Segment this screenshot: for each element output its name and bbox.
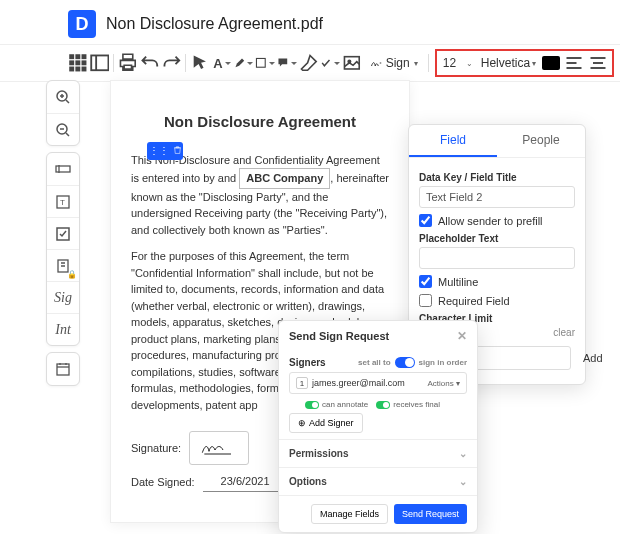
clear-button[interactable]: clear: [553, 327, 575, 338]
allow-prefill-label: Allow sender to prefill: [438, 215, 543, 227]
options-accordion[interactable]: Options⌄: [279, 467, 477, 495]
eraser-icon[interactable]: [299, 53, 319, 73]
pointer-icon[interactable]: [190, 53, 210, 73]
trash-icon[interactable]: [173, 143, 182, 158]
shape-tool-icon[interactable]: [255, 53, 275, 73]
svg-line-21: [66, 100, 69, 103]
signature-field-icon[interactable]: Sig: [47, 281, 79, 313]
svg-rect-4: [75, 61, 80, 66]
date-signed-value[interactable]: 23/6/2021: [203, 473, 288, 492]
checkbox-field-icon[interactable]: [47, 217, 79, 249]
placeholder-input[interactable]: [419, 247, 575, 269]
grid-icon[interactable]: [68, 53, 88, 73]
pen-tool-icon[interactable]: [234, 53, 254, 73]
tab-people[interactable]: People: [497, 125, 585, 157]
drag-grip-icon: ⋮⋮: [149, 143, 169, 158]
add-button[interactable]: Add: [577, 348, 609, 368]
date-field-icon[interactable]: [47, 353, 79, 385]
perm-annotate-toggle[interactable]: [305, 401, 319, 409]
svg-rect-7: [75, 67, 80, 72]
signer-row: 1 james.greer@mail.com Actions ▾: [289, 372, 467, 394]
svg-rect-1: [75, 54, 80, 59]
company-text-field[interactable]: ABC Company: [239, 168, 330, 189]
signature-box[interactable]: [189, 431, 249, 465]
image-tool-icon[interactable]: [342, 53, 362, 73]
lock-icon: 🔒: [67, 270, 77, 279]
svg-rect-3: [69, 61, 74, 66]
color-swatch[interactable]: [542, 56, 560, 70]
signers-label: Signers: [289, 357, 326, 368]
svg-line-25: [66, 133, 69, 136]
svg-text:T: T: [60, 198, 65, 207]
svg-rect-8: [82, 67, 87, 72]
signer-actions[interactable]: Actions ▾: [428, 379, 460, 388]
print-icon[interactable]: [118, 53, 138, 73]
chevron-down-icon: ⌄: [459, 476, 467, 487]
svg-rect-33: [57, 364, 69, 375]
svg-rect-27: [56, 166, 70, 172]
panel-icon[interactable]: [90, 53, 110, 73]
svg-rect-2: [82, 54, 87, 59]
multiline-checkbox[interactable]: [419, 275, 432, 288]
sign-order-toggle[interactable]: [395, 357, 415, 368]
svg-rect-5: [82, 61, 87, 66]
required-label: Required Field: [438, 295, 510, 307]
comment-icon[interactable]: [277, 53, 297, 73]
align-center-icon[interactable]: [588, 53, 608, 73]
tab-field[interactable]: Field: [409, 125, 497, 157]
date-signed-label: Date Signed:: [131, 474, 195, 491]
doc-title: Non Disclosure Agreement: [131, 111, 389, 134]
text-area-icon[interactable]: T: [47, 185, 79, 217]
add-signer-button[interactable]: ⊕Add Signer: [289, 413, 363, 433]
data-key-label: Data Key / Field Title: [419, 172, 575, 183]
attachment-field-icon[interactable]: 🔒: [47, 249, 79, 281]
field-drag-handle[interactable]: ⋮⋮: [147, 142, 183, 160]
align-left-icon[interactable]: [564, 53, 584, 73]
sign-button[interactable]: Sign▾: [364, 53, 424, 73]
text-tool-icon[interactable]: A: [212, 53, 232, 73]
permissions-accordion[interactable]: Permissions⌄: [279, 439, 477, 467]
data-key-input[interactable]: [419, 186, 575, 208]
placeholder-label: Placeholder Text: [419, 233, 575, 244]
plus-icon: ⊕: [298, 418, 306, 428]
check-tool-icon[interactable]: [320, 53, 340, 73]
font-format-group: 12⌄ Helvetica▾: [435, 49, 614, 77]
perm-finalize-toggle[interactable]: [376, 401, 390, 409]
toolbar: A Sign▾ 12⌄ Helvetica▾: [0, 44, 620, 82]
signer-email: james.greer@mail.com: [312, 378, 424, 388]
initials-field-icon[interactable]: Int: [47, 313, 79, 345]
send-sign-request-panel: Send Sign Request ✕ Signers set all to s…: [278, 320, 478, 533]
text-field-icon[interactable]: [47, 153, 79, 185]
header: D Non Disclosure Agreement.pdf: [0, 0, 620, 44]
manage-fields-button[interactable]: Manage Fields: [311, 504, 388, 524]
font-size-select[interactable]: 12⌄: [441, 56, 475, 70]
send-request-button[interactable]: Send Request: [394, 504, 467, 524]
svg-rect-6: [69, 67, 74, 72]
paragraph-1: ⋮⋮ This Non-Disclosure and Confidentiali…: [131, 152, 389, 239]
signer-order[interactable]: 1: [296, 377, 308, 389]
sign-order-label: sign in order: [419, 358, 467, 367]
file-name: Non Disclosure Agreement.pdf: [106, 15, 323, 33]
set-all-label: set all to: [358, 358, 390, 367]
svg-rect-11: [257, 59, 266, 68]
zoom-out-icon[interactable]: [47, 113, 79, 145]
send-panel-title: Send Sign Request: [289, 330, 389, 342]
svg-rect-0: [69, 54, 74, 59]
zoom-in-icon[interactable]: [47, 81, 79, 113]
signature-label: Signature:: [131, 440, 181, 457]
chevron-down-icon: ⌄: [459, 448, 467, 459]
allow-prefill-checkbox[interactable]: [419, 214, 432, 227]
sidebar: T 🔒 Sig Int: [46, 80, 80, 386]
required-checkbox[interactable]: [419, 294, 432, 307]
close-icon[interactable]: ✕: [457, 329, 467, 343]
app-logo: D: [68, 10, 96, 38]
multiline-label: Multiline: [438, 276, 478, 288]
undo-icon[interactable]: [140, 53, 160, 73]
redo-icon[interactable]: [162, 53, 182, 73]
font-family-select[interactable]: Helvetica▾: [479, 56, 538, 70]
svg-rect-9: [91, 56, 108, 71]
